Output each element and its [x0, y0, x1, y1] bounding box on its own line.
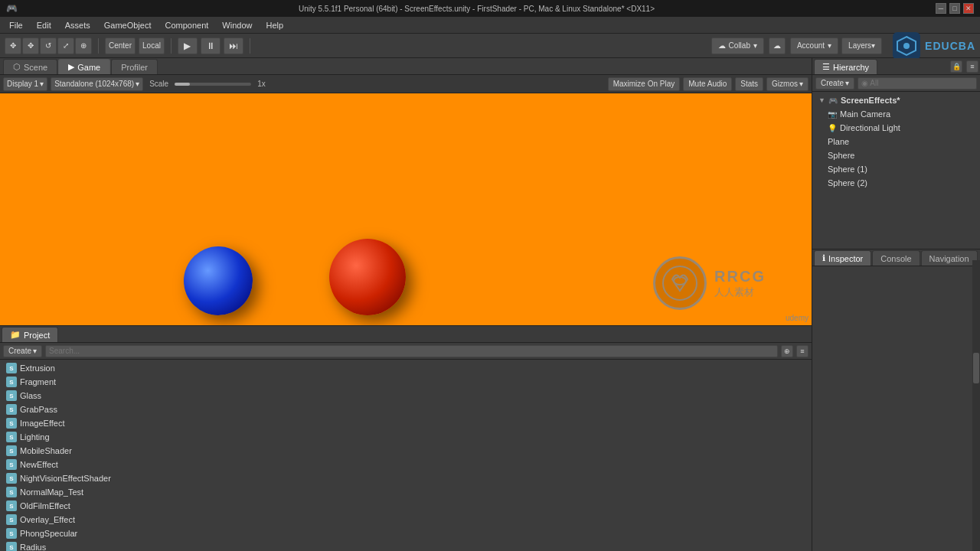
scale-slider[interactable] — [175, 83, 251, 86]
project-item-normalmap[interactable]: S NormalMap_Test — [0, 485, 812, 499]
pivot-toggle[interactable]: Center — [105, 37, 136, 54]
work-area: ⬡ Scene ▶ Game Profiler Display 1 ▾ — [0, 58, 980, 551]
tab-profiler[interactable]: Profiler — [111, 59, 158, 74]
minimize-button[interactable]: ─ — [936, 3, 946, 14]
hierarchy-search-input[interactable] — [858, 77, 977, 90]
shader-icon: S — [6, 459, 17, 470]
shader-icon: S — [6, 542, 17, 551]
menu-edit[interactable]: Edit — [31, 19, 57, 31]
menu-file[interactable]: File — [3, 19, 29, 31]
mute-audio-btn[interactable]: Mute Audio — [683, 77, 732, 91]
scale-tool[interactable]: ⤢ — [57, 37, 74, 54]
shader-icon: S — [6, 514, 17, 525]
menu-window[interactable]: Window — [216, 19, 258, 31]
hier-item-sphere[interactable]: Sphere — [812, 148, 980, 162]
udemy-badge: udemy — [786, 314, 808, 322]
sphere-red — [329, 239, 406, 315]
game-icon: ▶ — [68, 62, 74, 72]
hier-item-sphere1[interactable]: Sphere (1) — [812, 162, 980, 176]
shader-icon: S — [6, 487, 17, 497]
hierarchy-list: ▼ 🎮 ScreenEffects* 📷 Main Camera 💡 Direc… — [812, 92, 980, 249]
project-search-input[interactable] — [45, 345, 778, 357]
close-button[interactable]: ✕ — [963, 3, 974, 14]
toolbar: ✥ ✥ ↺ ⤢ ⊕ Center Local ▶ ⏸ ⏭ ☁ Collab ▾ … — [0, 34, 980, 58]
play-button[interactable]: ▶ — [178, 37, 198, 54]
tab-hierarchy[interactable]: ☰ Hierarchy — [814, 59, 877, 74]
rotate-tool[interactable]: ↺ — [40, 37, 57, 54]
tab-game[interactable]: ▶ Game — [58, 59, 110, 74]
project-item-imageeffect[interactable]: S ImageEffect — [0, 416, 812, 430]
item-label: Overlay_Effect — [20, 515, 75, 524]
project-item-overlay[interactable]: S Overlay_Effect — [0, 513, 812, 527]
hier-item-sphere2[interactable]: Sphere (2) — [812, 176, 980, 190]
project-filter-btn[interactable]: ⊕ — [781, 345, 793, 357]
project-item-fragment[interactable]: S Fragment — [0, 375, 812, 389]
cloud-icon-btn[interactable]: ☁ — [769, 37, 786, 54]
rect-tool[interactable]: ⊕ — [75, 37, 92, 54]
menu-help[interactable]: Help — [260, 19, 289, 31]
hierarchy-lock-btn[interactable]: 🔒 — [950, 60, 962, 73]
project-item-grabpass[interactable]: S GrabPass — [0, 403, 812, 416]
hier-item-root[interactable]: ▼ 🎮 ScreenEffects* — [812, 93, 980, 107]
project-item-mobileshader[interactable]: S MobileShader — [0, 444, 812, 458]
separator-1 — [98, 38, 99, 54]
project-tab-bar: 📁 Project — [0, 326, 812, 343]
project-options-btn[interactable]: ≡ — [796, 345, 808, 357]
shader-icon: S — [6, 432, 17, 442]
hier-item-maincamera[interactable]: 📷 Main Camera — [812, 107, 980, 121]
tab-scene[interactable]: ⬡ Scene — [3, 59, 57, 74]
project-item-neweffect[interactable]: S NewEffect — [0, 458, 812, 471]
maximize-on-play-btn[interactable]: Maximize On Play — [608, 77, 681, 91]
hier-item-directionallight[interactable]: 💡 Directional Light — [812, 121, 980, 135]
project-item-lighting[interactable]: S Lighting — [0, 430, 812, 444]
menu-component[interactable]: Component — [158, 19, 214, 31]
account-dropdown-icon: ▾ — [828, 41, 831, 50]
dropdown-arrow: ▾ — [40, 80, 44, 88]
gizmos-btn[interactable]: Gizmos ▾ — [766, 77, 808, 91]
bottom-panels: 📁 Project Create ▾ ⊕ ≡ — [0, 325, 812, 551]
project-item-nightvision[interactable]: S NightVisionEffectShader — [0, 471, 812, 485]
project-item-glass[interactable]: S Glass — [0, 389, 812, 403]
translate-tool[interactable]: ✥ — [22, 37, 39, 54]
tab-navigation[interactable]: Navigation — [921, 250, 978, 266]
step-button[interactable]: ⏭ — [224, 37, 243, 54]
game-scene: RRCG 人人素材 udemy — [0, 93, 812, 325]
cloud-icon: ☁ — [718, 41, 726, 50]
maximize-button[interactable]: □ — [949, 3, 960, 14]
res-dropdown-arrow: ▾ — [136, 80, 139, 88]
project-item-oldfilm[interactable]: S OldFilmEffect — [0, 499, 812, 513]
item-label: Lighting — [20, 432, 50, 442]
item-label: Fragment — [20, 377, 56, 386]
hier-item-plane[interactable]: Plane — [812, 135, 980, 148]
svg-point-3 — [663, 266, 697, 300]
pause-button[interactable]: ⏸ — [201, 37, 220, 54]
collab-dropdown-icon: ▾ — [753, 41, 757, 50]
hierarchy-icon: ☰ — [822, 62, 830, 72]
project-item-extrusion[interactable]: S Extrusion — [0, 361, 812, 375]
menu-gameobject[interactable]: GameObject — [98, 19, 158, 31]
tab-project[interactable]: 📁 Project — [2, 327, 58, 342]
layers-button[interactable]: Layers ▾ — [841, 37, 882, 54]
item-label: ImageEffect — [20, 419, 65, 428]
resolution-dropdown[interactable]: Standalone (1024x768) ▾ — [51, 77, 143, 91]
space-toggle[interactable]: Local — [139, 37, 165, 54]
tab-console[interactable]: Console — [872, 250, 920, 266]
stats-btn[interactable]: Stats — [735, 77, 763, 91]
account-button[interactable]: Account ▾ — [790, 37, 838, 54]
educba-label: EDUCBA — [925, 40, 975, 52]
display-dropdown[interactable]: Display 1 ▾ — [3, 77, 47, 91]
hierarchy-options-btn[interactable]: ≡ — [966, 60, 978, 73]
shader-icon: S — [6, 363, 17, 373]
collab-button[interactable]: ☁ Collab ▾ — [711, 37, 764, 54]
shader-icon: S — [6, 500, 17, 511]
menu-assets[interactable]: Assets — [59, 19, 96, 31]
project-item-radius[interactable]: S Radius — [0, 540, 812, 551]
hierarchy-create-button[interactable]: Create ▾ — [815, 77, 854, 90]
rrcg-text: RRCG — [714, 268, 766, 285]
project-create-button[interactable]: Create ▾ — [3, 345, 42, 357]
project-item-phong[interactable]: S PhongSpecular — [0, 527, 812, 540]
item-label: NewEffect — [20, 460, 58, 469]
hand-tool[interactable]: ✥ — [5, 37, 21, 54]
create-arrow: ▾ — [33, 347, 37, 355]
tab-inspector[interactable]: ℹ Inspector — [814, 250, 871, 266]
